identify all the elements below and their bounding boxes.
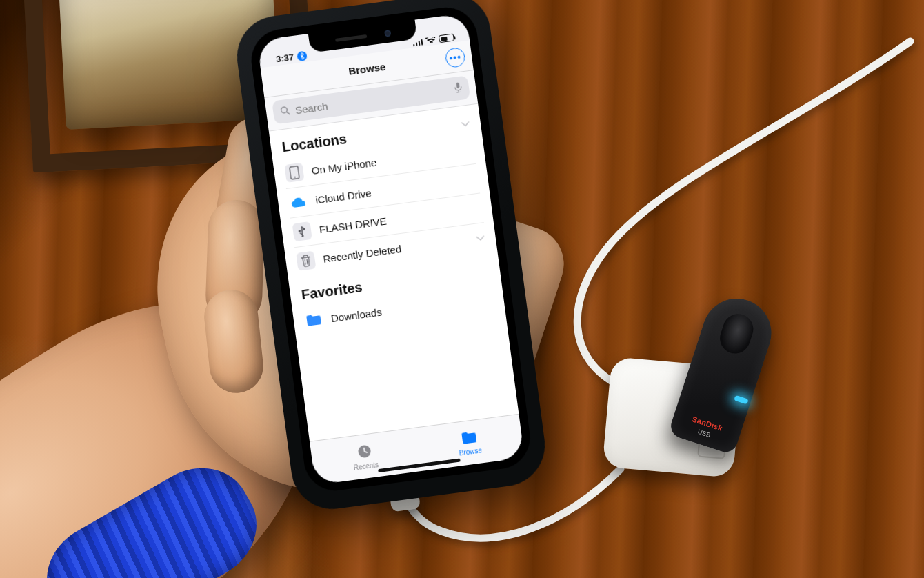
folder-icon bbox=[304, 310, 324, 330]
location-label: iCloud Drive bbox=[314, 187, 372, 206]
locations-section: Locations On My iPhone bbox=[269, 104, 498, 279]
cellular-signal-icon bbox=[412, 38, 423, 46]
location-label: On My iPhone bbox=[311, 156, 377, 176]
earpiece-speaker bbox=[335, 34, 367, 41]
svg-line-1 bbox=[287, 112, 290, 114]
front-camera bbox=[384, 30, 391, 37]
flash-drive-led bbox=[734, 395, 748, 405]
svg-rect-6 bbox=[303, 228, 305, 230]
more-button[interactable]: ••• bbox=[444, 47, 465, 68]
battery-icon bbox=[439, 33, 454, 43]
flash-drive-sub: USB bbox=[697, 428, 712, 439]
nav-title: Browse bbox=[348, 61, 386, 77]
folder-icon bbox=[460, 430, 479, 448]
wifi-icon bbox=[425, 36, 436, 44]
svg-point-7 bbox=[299, 230, 301, 232]
svg-point-5 bbox=[301, 235, 304, 237]
tab-label: Recents bbox=[353, 461, 379, 472]
iphone-icon bbox=[284, 163, 304, 183]
location-label: FLASH DRIVE bbox=[319, 215, 388, 235]
clock-icon bbox=[356, 443, 373, 462]
phone-screen: 3:37 Browse ••• bbox=[257, 13, 524, 485]
bluetooth-icon bbox=[297, 50, 308, 61]
svg-rect-2 bbox=[456, 83, 459, 88]
phone-body: 3:37 Browse ••• bbox=[248, 3, 534, 494]
flash-drive-brand: SanDisk bbox=[691, 415, 723, 432]
tab-label: Browse bbox=[459, 446, 483, 457]
usb-icon bbox=[292, 221, 312, 241]
cloud-icon bbox=[288, 192, 308, 212]
search-icon bbox=[279, 105, 290, 118]
browse-content: Locations On My iPhone bbox=[269, 104, 519, 441]
chevron-down-icon bbox=[461, 117, 470, 129]
favorite-label: Downloads bbox=[330, 306, 383, 324]
favorites-title: Favorites bbox=[301, 279, 363, 303]
location-label: Recently Deleted bbox=[322, 243, 401, 265]
status-time: 3:37 bbox=[275, 52, 294, 64]
svg-point-4 bbox=[294, 177, 296, 178]
trash-icon bbox=[296, 251, 316, 271]
dictation-icon[interactable] bbox=[454, 82, 463, 95]
chevron-down-icon bbox=[476, 232, 485, 243]
